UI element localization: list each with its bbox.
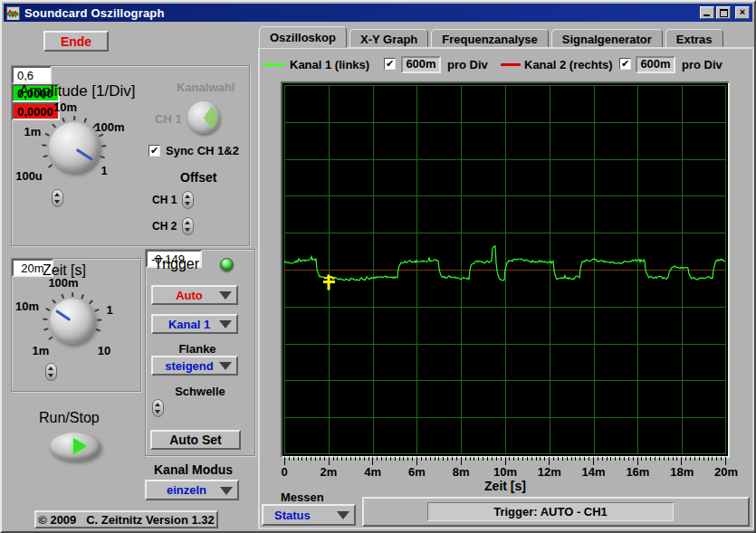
copyright-bar: © 2009 C. Zeitnitz Version 1.32 [34,510,218,528]
check-icon: ✔ [621,58,629,69]
zeit-panel: Zeit [s] 100m 10m 1 1m 10 20m [11,258,141,392]
trigger-mode-dropdown[interactable]: Auto [151,285,238,305]
x-axis-title: Zeit [s] [284,479,726,493]
trigger-source-value: Kanal 1 [168,318,210,331]
offset-ch1-spinner[interactable] [182,191,194,209]
x-tick-label: 6m [408,465,426,479]
trigger-source-dropdown[interactable]: Kanal 1 [151,314,238,334]
window-title: Soundcard Oszillograph [24,6,165,20]
x-tick-label: 16m [626,465,649,479]
trigger-panel: Trigger Auto Kanal 1 Flanke steigend Sch… [145,249,255,456]
kanal-modus-dropdown[interactable]: einzeln [145,480,239,500]
x-tick-label: 2m [320,465,337,479]
ch2-checkbox[interactable]: ✔ [619,58,631,70]
kanalwahl-label: Kanalwahl [177,81,234,94]
schwelle-label: Schwelle [146,385,254,398]
triangle-down-icon [219,320,232,328]
ende-button[interactable]: Ende [43,31,109,52]
flanke-value: steigend [165,359,213,373]
amplitude-knob-pointer [76,148,93,161]
ch1-label: Kanal 1 (links) [290,58,369,71]
close-button[interactable]: × [735,6,750,19]
ch2-label: Kanal 2 (rechts) [524,58,613,71]
x-tick-label: 10m [493,465,517,479]
ch2-scale-field[interactable]: 600m [636,56,675,73]
ch1-prodiv-label: pro Div [447,58,488,71]
x-axis-labels: 02m4m6m8m10m12m14m16m18m20m [284,465,726,480]
schwelle-spinner[interactable] [152,399,164,417]
minimize-button[interactable] [700,6,714,19]
tab-frequenzanalyse[interactable]: Frequenzanalyse [431,29,549,48]
offset-ch1-label: CH 1 [152,194,177,206]
run-stop-label: Run/Stop [39,410,100,426]
amplitude-value-field[interactable]: 0,6 [12,66,52,84]
kanal-modus-value: einzeln [167,483,206,497]
ch2-prodiv-label: pro Div [682,58,723,71]
zeit-value-spinner[interactable] [45,363,57,381]
zeit-knob-ball[interactable] [50,299,95,344]
tab-x-y-graph[interactable]: X-Y Graph [349,29,428,48]
tab-signalgenerator[interactable]: Signalgenerator [551,29,663,48]
offset-ch2-spinner[interactable] [182,217,194,235]
check-icon: ✔ [150,145,158,156]
x-tick-label: 8m [453,465,470,479]
app-waveform-icon [6,6,20,20]
amplitude-scale-10m: 10m [53,100,77,114]
x-tick-label: 0 [281,465,287,479]
ch2-color-line [501,63,521,66]
ch1-checkbox[interactable]: ✔ [384,58,396,70]
amplitude-scale-1m: 1m [24,125,42,138]
maximize-button[interactable] [716,6,731,19]
x-tick-label: 12m [538,465,561,479]
play-icon [73,438,87,454]
x-axis-ticks [284,457,726,465]
amplitude-value-spinner[interactable] [52,189,63,207]
flanke-label: Flanke [146,342,249,356]
check-icon: ✔ [386,58,394,69]
close-icon: × [740,6,745,17]
maximize-icon [720,9,728,17]
offset-title: Offset [180,170,216,185]
trigger-title: Trigger [154,256,199,272]
flanke-dropdown[interactable]: steigend [151,356,238,376]
status-value: Status [274,509,311,522]
triangle-down-icon [220,487,233,495]
tab-bar: OszilloskopX-Y GraphFrequenzanalyseSigna… [259,26,726,48]
trigger-status-display: Trigger: AUTO - CH1 [427,502,674,521]
amplitude-knob-ball[interactable] [49,122,100,173]
ch1-scale-field[interactable]: 600m [401,56,441,73]
x-tick-label: 4m [364,465,381,479]
zeit-scale-1: 1 [106,303,112,317]
x-tick-label: 14m [582,465,606,479]
kanalwahl-knob[interactable] [187,101,220,134]
zeit-scale-100m: 100m [48,276,78,290]
tab-oszilloskop[interactable]: Oszilloskop [259,26,347,48]
triangle-down-icon [337,511,349,519]
minimize-icon [703,14,710,16]
ch1-color-line [263,63,285,66]
trigger-mode-value: Auto [176,289,203,302]
kanalwahl-indicator [190,104,217,131]
titlebar[interactable]: Soundcard Oszillograph × [4,4,752,22]
kanalwahl-channel-label: CH 1 [155,112,182,126]
triangle-down-icon [219,291,232,300]
triangle-down-icon [219,362,232,370]
run-stop-button[interactable] [50,433,100,461]
status-dropdown[interactable]: Status [262,504,356,526]
scope-canvas [284,85,726,454]
zeit-scale-10: 10 [98,344,110,357]
zeit-knob-pointer [55,309,71,321]
zeit-scale-1m: 1m [33,344,50,357]
kanal-modus-label: Kanal Modus [154,462,233,477]
amplitude-scale-100u: 100u [15,169,43,183]
x-tick-label: 20m [714,465,738,479]
messen-label: Messen [281,490,324,504]
sync-checkbox[interactable]: ✔ [148,145,160,157]
tab-extras[interactable]: Extras [665,29,723,48]
auto-set-button[interactable]: Auto Set [150,430,241,450]
amplitude-title: Amplitude [1/Div] [19,82,136,100]
x-tick-label: 18m [670,465,694,479]
app-window: Soundcard Oszillograph × Ende Amplitude … [0,0,756,533]
zeit-scale-10m: 10m [15,300,39,313]
scope-display [281,81,730,458]
